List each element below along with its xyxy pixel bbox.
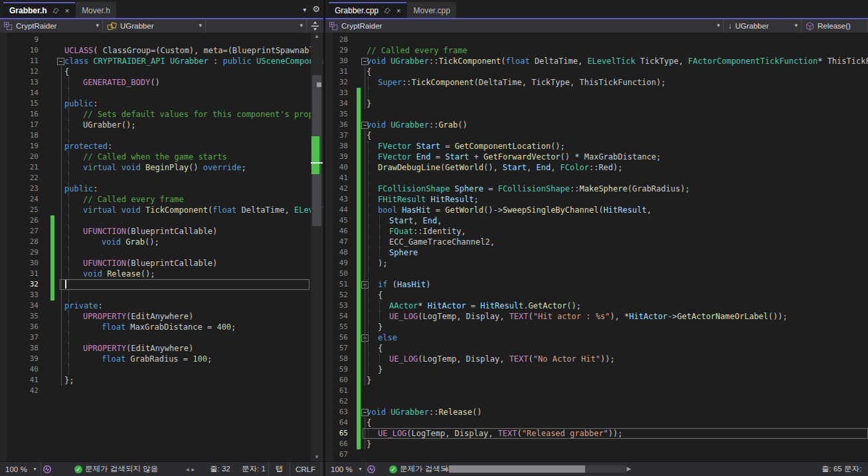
code-line[interactable]: 65 UE_LOG(LogTemp, Display, TEXT("Releas… — [325, 428, 868, 439]
zoom-selector[interactable]: 100 %▾ — [327, 462, 367, 476]
code-line[interactable]: 48 Sphere — [325, 247, 868, 258]
code-line[interactable]: 61 — [325, 386, 868, 396]
code-line[interactable]: 38 UPROPERTY(EditAnywhere) — [0, 343, 323, 354]
code-line[interactable]: 35 UPROPERTY(EditAnywhere) — [0, 311, 323, 322]
gear-icon[interactable]: ⚙ — [312, 3, 320, 15]
document-health-icon[interactable] — [367, 462, 376, 476]
line-indicator[interactable]: 줄: 32 — [210, 462, 230, 476]
horizontal-scrollbar[interactable]: ◀▶ — [442, 465, 632, 473]
line-indicator[interactable]: 줄: 65 — [822, 462, 842, 476]
code-line[interactable]: 24 // Called every frame — [0, 194, 323, 205]
code-editor-right[interactable]: 2829// Called every frame30−void UGrabbe… — [325, 33, 868, 461]
code-line[interactable]: 36−void UGrabber::Grab() — [325, 120, 868, 130]
code-line[interactable]: 35 — [325, 109, 868, 120]
code-line[interactable]: 54 UE_LOG(LogTemp, Display, TEXT("Hit ac… — [325, 311, 868, 322]
code-line[interactable]: 40 DrawDebugLine(GetWorld(), Start, End,… — [325, 162, 868, 173]
code-line[interactable]: 56− else — [325, 332, 868, 343]
tab-mover-h[interactable]: Mover.h — [76, 2, 116, 18]
code-line[interactable]: 55 } — [325, 322, 868, 332]
code-line[interactable]: 62 — [325, 396, 868, 407]
pin-icon[interactable] — [52, 7, 60, 15]
code-line[interactable]: 22 — [0, 173, 323, 183]
scrollbar-thumb[interactable] — [449, 465, 585, 473]
code-line[interactable]: 42 FCollisionShape Sphere = FCollisionSh… — [325, 183, 868, 194]
member-dropdown[interactable]: Release() — [802, 19, 868, 33]
close-icon[interactable]: × — [396, 7, 400, 14]
code-line[interactable]: 31 void Release(); — [0, 269, 323, 279]
code-line[interactable]: 29// Called every frame — [325, 45, 868, 56]
code-line[interactable]: 12{ — [0, 66, 323, 77]
code-line[interactable]: 64{ — [325, 417, 868, 428]
code-line[interactable]: 51− if (HasHit) — [325, 279, 868, 290]
code-line[interactable]: 42 — [0, 386, 323, 396]
indent-mode-indicator[interactable]: 탭 — [268, 462, 290, 476]
code-line[interactable]: 58 UE_LOG(LogTemp, Display, TEXT("No Act… — [325, 354, 868, 364]
scope-dropdown[interactable]: ↓UGrabber▾ — [724, 19, 802, 33]
fold-collapse-icon[interactable]: − — [57, 58, 64, 65]
code-line[interactable]: 34} — [325, 98, 868, 109]
project-dropdown[interactable]: CryptRaider▾ — [0, 19, 103, 33]
tab-mover-cpp[interactable]: Mover.cpp — [407, 2, 456, 18]
code-line[interactable]: 15public: — [0, 98, 323, 109]
code-line[interactable]: 33 — [325, 88, 868, 98]
code-line[interactable]: 14 — [0, 88, 323, 98]
code-line[interactable]: 39 FVector End = Start + GetForwardVecto… — [325, 152, 868, 162]
code-line[interactable]: 59 } — [325, 364, 868, 375]
code-line[interactable]: 37{ — [325, 130, 868, 141]
code-line[interactable]: 45 Start, End, — [325, 215, 868, 226]
code-line[interactable]: 33 — [0, 290, 323, 300]
code-line[interactable]: 40 — [0, 364, 323, 375]
code-line[interactable]: 27 UFUNCTION(BlueprintCallable) — [0, 226, 323, 237]
code-line[interactable]: 66} — [325, 439, 868, 449]
vertical-scrollbar[interactable]: ▲ ▼ — [311, 33, 323, 461]
scroll-left-icon[interactable]: ◀ — [442, 465, 449, 473]
code-line[interactable]: 29 — [0, 247, 323, 258]
scroll-left-icon[interactable]: ◂ — [186, 466, 189, 473]
code-line[interactable]: 41}; — [0, 375, 323, 386]
split-editor-button[interactable] — [307, 19, 323, 33]
code-line[interactable]: 26 — [0, 215, 323, 226]
tab-grabber-cpp[interactable]: Grabber.cpp× — [329, 2, 406, 18]
scroll-down-icon[interactable]: ▼ — [311, 453, 323, 461]
code-line[interactable]: 28 — [325, 35, 868, 45]
code-line[interactable]: 53 AActor* HitActor = HitResult.GetActor… — [325, 300, 868, 311]
eol-indicator[interactable]: CRLF — [290, 462, 321, 476]
code-line[interactable]: 19protected: — [0, 141, 323, 152]
document-health-icon[interactable] — [43, 462, 52, 476]
code-line[interactable]: 43 FHitResult HitResult; — [325, 194, 868, 205]
code-line[interactable]: 21 virtual void BeginPlay() override; — [0, 162, 323, 173]
code-line[interactable]: 44 bool HasHit = GetWorld()->SweepSingle… — [325, 205, 868, 215]
tab-grabber-h[interactable]: Grabber.h× — [3, 2, 75, 18]
horizontal-scrollbar-mini[interactable]: ◂▸ — [186, 462, 195, 476]
zoom-selector[interactable]: 100 %▾ — [1, 462, 41, 476]
code-line[interactable]: 30−void UGrabber::TickComponent(float De… — [325, 56, 868, 66]
code-line[interactable]: 37 — [0, 332, 323, 343]
code-line[interactable]: 39 float GrabRadius = 100; — [0, 354, 323, 364]
code-line[interactable]: 38 FVector Start = GetComponentLocation(… — [325, 141, 868, 152]
code-line[interactable]: 41 — [325, 173, 868, 183]
code-line[interactable]: 49 ); — [325, 258, 868, 269]
code-line[interactable]: 67 — [325, 449, 868, 460]
problems-indicator[interactable]: ✓문제가 검색되지 않음 — [74, 462, 158, 476]
code-line[interactable]: 47 ECC_GameTraceChannel2, — [325, 237, 868, 247]
code-line[interactable]: 34private: — [0, 300, 323, 311]
code-line[interactable]: 63−void UGrabber::Release() — [325, 407, 868, 417]
code-line[interactable]: 18 — [0, 130, 323, 141]
code-line[interactable]: 17 UGrabber(); — [0, 120, 323, 130]
code-line[interactable]: 52 { — [325, 290, 868, 300]
scroll-right-icon[interactable]: ▸ — [192, 466, 195, 473]
pin-icon[interactable] — [384, 7, 391, 15]
member-dropdown[interactable]: ▾ — [206, 19, 307, 33]
code-line[interactable]: 30 UFUNCTION(BlueprintCallable) — [0, 258, 323, 269]
code-line[interactable]: 10UCLASS( ClassGroup=(Custom), meta=(Blu… — [0, 45, 323, 56]
code-line[interactable]: 32 Super::TickComponent(DeltaTime, TickT… — [325, 77, 868, 88]
code-line[interactable]: 46 FQuat::Identity, — [325, 226, 868, 237]
code-line[interactable]: 60} — [325, 375, 868, 386]
project-dropdown[interactable]: CryptRaider▾ — [325, 19, 724, 33]
code-line[interactable]: 57 { — [325, 343, 868, 354]
code-line[interactable]: 23public: — [0, 183, 323, 194]
scroll-up-icon[interactable]: ▲ — [311, 33, 323, 41]
tab-list-dropdown-icon[interactable]: ▾ — [303, 3, 306, 15]
code-line[interactable]: 36 float MaxGrabDistance = 400; — [0, 322, 323, 332]
close-icon[interactable]: × — [65, 7, 69, 14]
